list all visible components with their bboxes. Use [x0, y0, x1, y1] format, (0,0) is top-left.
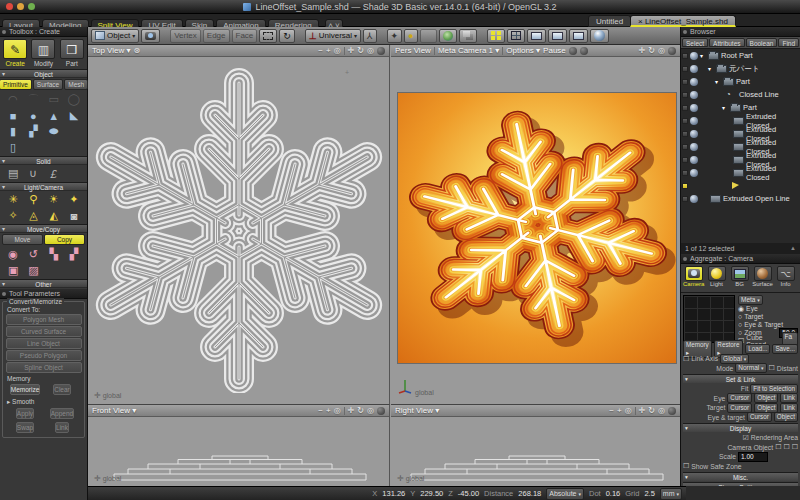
- tab-bg[interactable]: BG: [729, 266, 750, 287]
- render-flag-toggle[interactable]: [690, 78, 698, 86]
- target-cursor-button[interactable]: Cursor: [727, 403, 752, 413]
- convert-line-object-button[interactable]: Line Object: [6, 338, 82, 349]
- distant-checkbox[interactable]: ☐: [769, 364, 775, 372]
- expand-arrow-icon[interactable]: ▾: [708, 65, 714, 72]
- shaded-display-button-1[interactable]: [527, 29, 546, 43]
- curve-tool-icon[interactable]: ◠: [3, 92, 23, 107]
- render-flag-toggle[interactable]: [690, 143, 698, 151]
- tab-surface[interactable]: Surface: [33, 79, 63, 90]
- move-tab[interactable]: Move: [2, 234, 43, 245]
- toolbox-mode-part[interactable]: ❒Part: [58, 39, 85, 67]
- zoom-in-icon[interactable]: +: [617, 405, 622, 417]
- oblique-primitive-icon[interactable]: ▞: [23, 124, 43, 139]
- render-flag-toggle[interactable]: [690, 91, 698, 99]
- tree-row[interactable]: ▾Root Part: [681, 49, 800, 62]
- meta-dropdown[interactable]: Meta ▾: [738, 295, 763, 305]
- set-link-section[interactable]: Set & Link: [683, 374, 798, 383]
- preview-render-button[interactable]: [590, 29, 609, 43]
- eye-object-button[interactable]: Object: [754, 393, 778, 403]
- expand-arrow-icon[interactable]: ▾: [722, 104, 728, 111]
- load-button[interactable]: Load...: [745, 344, 770, 354]
- right-view-canvas[interactable]: ✛ global: [391, 417, 680, 486]
- render-flag-toggle[interactable]: [690, 169, 698, 177]
- pan-icon[interactable]: ✛: [348, 45, 355, 57]
- render-flag-toggle[interactable]: [690, 117, 698, 125]
- shaded-display-button-3[interactable]: [569, 29, 588, 43]
- intersect-solid-icon[interactable]: £: [44, 166, 64, 181]
- target-radio[interactable]: ○Target: [738, 313, 798, 321]
- refresh-icon[interactable]: [569, 47, 577, 55]
- ambient-light-icon[interactable]: ◬: [23, 208, 43, 223]
- circle-tool-icon[interactable]: ◯: [64, 92, 84, 107]
- row-toggle[interactable]: [682, 92, 688, 98]
- top-view-label[interactable]: Top View ▾: [92, 46, 131, 55]
- tree-row[interactable]: ▾Part: [681, 75, 800, 88]
- camera-tool-button[interactable]: [141, 29, 160, 43]
- sphere-primitive-icon[interactable]: ●: [23, 108, 43, 123]
- camera-object-checkbox-3[interactable]: ☐: [792, 443, 798, 451]
- target-link-button[interactable]: Link: [780, 403, 798, 413]
- zoom-window-button[interactable]: [28, 3, 35, 10]
- camera-thumbnail[interactable]: [683, 295, 735, 343]
- tab-light[interactable]: Light: [706, 266, 727, 287]
- zoom-tool-icon[interactable]: ◎: [367, 405, 374, 417]
- front-viewport[interactable]: Front View ▾ − + ◎ ✛ ↻ ◎ ✛ global: [88, 404, 390, 486]
- duplicate-tool-button[interactable]: [459, 29, 477, 43]
- tree-row[interactable]: ◔Closed Line: [681, 88, 800, 101]
- mode-dropdown[interactable]: Normal ▾: [735, 363, 766, 373]
- wireframe-display-button[interactable]: [507, 29, 525, 43]
- magnify-icon[interactable]: ◎: [625, 405, 632, 417]
- comment-icon[interactable]: [580, 47, 588, 55]
- tree-row[interactable]: ▾元パート: [681, 62, 800, 75]
- smooth-label[interactable]: ▸ Smooth: [7, 398, 82, 406]
- convert-polygon-mesh-button[interactable]: Polygon Mesh: [6, 314, 82, 325]
- linear-light-icon[interactable]: ✧: [3, 208, 23, 223]
- tree-row[interactable]: Extruded Closed: [681, 166, 800, 179]
- fit-to-selection-button[interactable]: Fit to Selection: [750, 384, 798, 394]
- render-flag-toggle[interactable]: [690, 195, 698, 203]
- scroll-up-icon[interactable]: ▲: [790, 243, 796, 254]
- zoom-in-icon[interactable]: +: [326, 405, 331, 417]
- coordinate-mode-dropdown[interactable]: Absolute ▾: [546, 488, 584, 500]
- camera-create-icon[interactable]: ◙: [64, 208, 84, 223]
- rendering-area-checkbox[interactable]: ☑: [742, 434, 748, 442]
- link-axis-dropdown[interactable]: Global ▾: [720, 354, 749, 364]
- toolbox-mode-create[interactable]: ✎Create: [2, 39, 29, 67]
- pause-button[interactable]: Pause: [543, 46, 566, 55]
- top-viewport[interactable]: Top View ▾ ⊛ − + ◎ ✛ ↻ ◎: [88, 45, 390, 404]
- tab-info[interactable]: ⌥Info: [775, 266, 796, 287]
- rotate-copy-icon[interactable]: ↺: [23, 247, 43, 262]
- doc-tab-active[interactable]: × LineOffset_Sample.shd: [630, 15, 736, 27]
- rotate-select-button[interactable]: ↻: [279, 29, 295, 43]
- clear-button[interactable]: Clear: [53, 384, 71, 395]
- render-flag-toggle[interactable]: [690, 52, 698, 60]
- right-viewport[interactable]: Right View ▾ − + ◎ ✛ ↻ ◎ ✛ global: [391, 404, 680, 486]
- other-section-header[interactable]: Other: [0, 279, 87, 288]
- swap-button[interactable]: Swap: [16, 422, 34, 433]
- render-flag-toggle[interactable]: [690, 130, 698, 138]
- row-toggle[interactable]: [682, 131, 688, 137]
- object-section-header[interactable]: Object: [0, 69, 87, 78]
- row-toggle[interactable]: [682, 183, 688, 189]
- box-primitive-icon[interactable]: ■: [3, 108, 23, 123]
- cone-primitive-icon[interactable]: ▲: [44, 108, 64, 123]
- area-light-icon[interactable]: ✦: [64, 192, 84, 207]
- eye-radio[interactable]: ◉Eye: [738, 305, 798, 313]
- tab-surface[interactable]: Surface: [752, 266, 773, 287]
- row-toggle[interactable]: [682, 53, 688, 59]
- tab-primitive[interactable]: Primitive: [0, 79, 32, 90]
- row-toggle[interactable]: [682, 170, 688, 176]
- row-toggle[interactable]: [682, 79, 688, 85]
- zoom-in-icon[interactable]: +: [326, 45, 331, 57]
- manipulator-tool-button[interactable]: ⅄: [363, 29, 377, 43]
- front-view-canvas[interactable]: ✛ global: [88, 417, 389, 486]
- zoom-out-icon[interactable]: −: [318, 405, 323, 417]
- world-tool-button[interactable]: [439, 29, 457, 43]
- array-copy-icon[interactable]: ▣: [3, 263, 23, 278]
- light-tool-button[interactable]: ●: [404, 29, 417, 43]
- cylinder-primitive-icon[interactable]: ▮: [3, 124, 23, 139]
- tab-attributes[interactable]: Attributes: [709, 38, 744, 47]
- tab-find[interactable]: Find: [778, 38, 799, 47]
- display-section[interactable]: Display: [683, 423, 798, 432]
- convert-pseudo-polygon-button[interactable]: Pseudo Polygon: [6, 350, 82, 361]
